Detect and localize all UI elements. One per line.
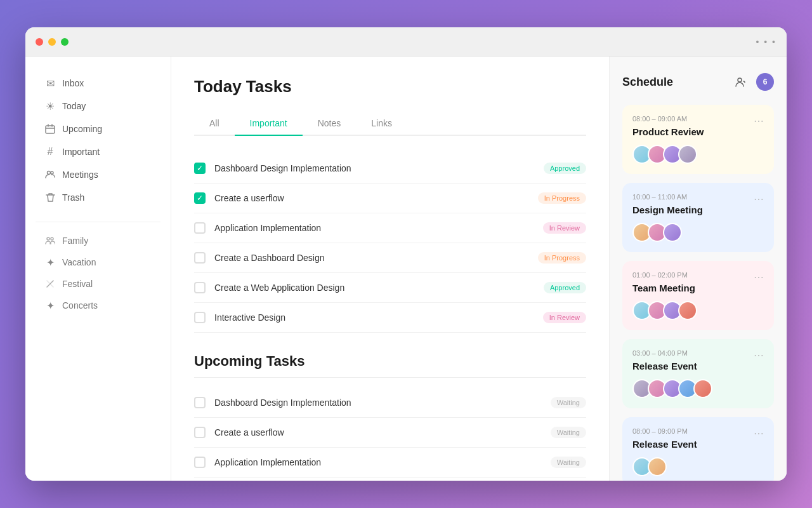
card-time: 03:00 – 04:00 PM <box>632 349 697 357</box>
card-header-row: 03:00 – 04:00 PM Release Event ⋯ <box>632 349 764 379</box>
card-event-title: Product Review <box>632 126 704 137</box>
contacts-icon-button[interactable] <box>731 72 751 92</box>
task-checkbox[interactable] <box>194 457 206 468</box>
festival-icon <box>44 278 56 290</box>
task-item: ✓ Dashboard Design Implementation Approv… <box>194 154 586 184</box>
avatar-group <box>632 301 764 320</box>
svg-rect-0 <box>46 126 55 133</box>
task-checkbox[interactable]: ✓ <box>194 192 206 204</box>
upcoming-section-title: Upcoming Tasks <box>194 353 586 370</box>
avatar-group <box>632 457 764 476</box>
task-name: Create a userflow <box>214 427 542 438</box>
tab-all[interactable]: All <box>194 112 235 136</box>
sidebar-item-trash[interactable]: Trash <box>36 186 160 209</box>
more-options-icon[interactable]: ⋯ <box>754 271 764 283</box>
tab-links[interactable]: Links <box>356 112 407 136</box>
tab-notes[interactable]: Notes <box>303 112 357 136</box>
card-header-row: 01:00 – 02:00 PM Team Meeting ⋯ <box>632 271 764 301</box>
task-name: Create a userflow <box>214 193 529 203</box>
task-item: Create a Web Application Design Approved <box>194 273 586 303</box>
schedule-card-release-event: 03:00 – 04:00 PM Release Event ⋯ <box>622 339 774 408</box>
task-checkbox[interactable] <box>194 282 206 293</box>
avatar <box>663 223 682 242</box>
sidebar-item-family[interactable]: Family <box>36 230 160 251</box>
sidebar-item-vacation[interactable]: ✦ Vacation <box>36 251 160 273</box>
task-item: Dashboard Design Implementation Waiting <box>194 388 586 418</box>
more-options-icon[interactable]: ⋯ <box>754 427 764 439</box>
vacation-icon: ✦ <box>44 257 56 268</box>
upcoming-icon <box>44 123 56 135</box>
sidebar-item-concerts[interactable]: ✦ Concerts <box>36 295 160 316</box>
app-body: ✉ Inbox ☀ Today Upcoming # Important <box>25 57 787 481</box>
sidebar-item-meetings[interactable]: Meetings <box>36 163 160 186</box>
task-checkbox[interactable] <box>194 252 206 264</box>
important-icon: # <box>44 146 56 157</box>
sidebar: ✉ Inbox ☀ Today Upcoming # Important <box>25 57 171 481</box>
sidebar-item-label: Important <box>62 147 100 157</box>
task-name: Interactive Design <box>214 312 534 323</box>
title-bar-dots: • • • <box>756 37 776 47</box>
task-checkbox[interactable] <box>194 427 206 438</box>
avatar <box>678 145 697 164</box>
card-event-title: Release Event <box>632 439 697 450</box>
concerts-icon: ✦ <box>44 300 56 311</box>
card-time: 01:00 – 02:00 PM <box>632 271 695 279</box>
app-window: • • • ✉ Inbox ☀ Today Upcoming <box>25 27 787 481</box>
task-checkbox[interactable] <box>194 222 206 234</box>
meetings-icon <box>44 169 56 180</box>
card-event-title: Release Event <box>632 361 697 371</box>
group-item-label: Family <box>62 236 88 246</box>
right-panel: Schedule 6 08:00 – 09:00 AM Product Revi… <box>609 57 787 481</box>
avatar-group <box>632 223 764 242</box>
avatar <box>648 457 667 476</box>
card-header-row: 08:00 – 09:00 AM Product Review ⋯ <box>632 115 764 145</box>
status-badge: Approved <box>544 163 586 174</box>
close-button[interactable] <box>36 38 43 46</box>
main-content: Today Tasks All Important Notes Links ✓ … <box>171 57 609 481</box>
title-bar: • • • <box>25 27 787 57</box>
notification-badge[interactable]: 6 <box>756 73 774 91</box>
task-name: Create a Web Application Design <box>214 283 535 293</box>
status-badge: In Review <box>543 222 586 234</box>
sidebar-item-inbox[interactable]: ✉ Inbox <box>36 72 160 95</box>
more-options-icon[interactable]: ⋯ <box>754 115 764 127</box>
tab-important[interactable]: Important <box>235 112 303 136</box>
sidebar-item-label: Meetings <box>62 170 98 180</box>
status-badge: Waiting <box>551 427 586 438</box>
task-checkbox[interactable] <box>194 397 206 408</box>
svg-point-3 <box>47 237 49 240</box>
task-checkbox[interactable] <box>194 312 206 323</box>
more-options-icon[interactable]: ⋯ <box>754 193 764 205</box>
section-divider <box>194 377 586 378</box>
maximize-button[interactable] <box>61 38 69 46</box>
schedule-card-product-review: 08:00 – 09:00 AM Product Review ⋯ <box>622 105 774 174</box>
task-name: Application Implementation <box>214 223 534 233</box>
sidebar-item-label: Today <box>62 101 86 111</box>
sidebar-main-section: ✉ Inbox ☀ Today Upcoming # Important <box>25 72 171 209</box>
task-item: Create a Dashboard Design Waiting <box>194 478 586 481</box>
more-options-icon[interactable]: ⋯ <box>754 349 764 361</box>
sidebar-item-important[interactable]: # Important <box>36 140 160 163</box>
check-icon: ✓ <box>197 194 203 203</box>
card-time-block: 03:00 – 04:00 PM Release Event <box>632 349 697 379</box>
task-item: Create a userflow Waiting <box>194 418 586 448</box>
sidebar-item-upcoming[interactable]: Upcoming <box>36 117 160 140</box>
sidebar-item-festival[interactable]: Festival <box>36 273 160 295</box>
status-badge: Waiting <box>551 457 586 468</box>
card-time-block: 08:00 – 09:00 AM Product Review <box>632 115 704 145</box>
task-checkbox[interactable]: ✓ <box>194 163 206 174</box>
panel-icons: 6 <box>731 72 774 92</box>
task-item: Create a Dashboard Design In Progress <box>194 243 586 273</box>
panel-title: Schedule <box>622 76 673 89</box>
card-event-title: Design Meeting <box>632 204 703 215</box>
card-header-row: 08:00 – 09:00 PM Release Event ⋯ <box>632 427 764 457</box>
status-badge: In Progress <box>538 252 586 264</box>
sidebar-item-today[interactable]: ☀ Today <box>36 95 160 117</box>
today-icon: ☀ <box>44 100 56 112</box>
svg-point-1 <box>48 171 51 175</box>
task-name: Dashboard Design Implementation <box>214 163 535 173</box>
task-name: Dashboard Design Implementation <box>214 398 542 408</box>
minimize-button[interactable] <box>48 38 56 46</box>
group-item-label: Concerts <box>62 300 98 311</box>
panel-header: Schedule 6 <box>622 72 774 92</box>
